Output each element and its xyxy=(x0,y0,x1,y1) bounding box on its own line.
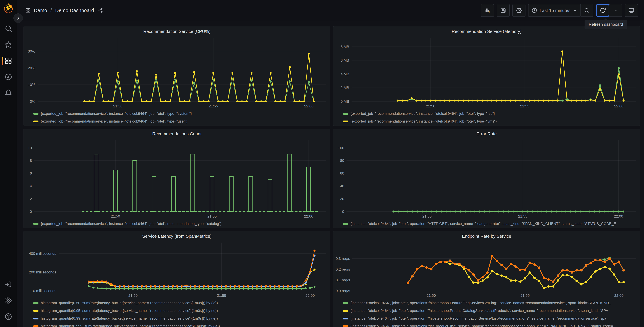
panel-title[interactable]: Recommendation Service (CPU%) xyxy=(25,26,329,36)
cycle-view-mode-button[interactable] xyxy=(625,4,638,17)
legend-item[interactable]: {instance="otelcol:9464", job="otel", op… xyxy=(343,322,638,327)
legend-item[interactable]: {exported_job="recommendationservice", i… xyxy=(343,110,638,118)
legend-swatch xyxy=(343,223,348,225)
legend-label: histogram_quantile(0.99, sum(rate(latenc… xyxy=(41,316,218,320)
chart-canvas[interactable]: 0.0 req/s0.1 req/s0.2 req/s0.3 req/s21:5… xyxy=(335,240,638,298)
svg-text:400 milliseconds: 400 milliseconds xyxy=(29,252,56,256)
dashboard-grid-icon xyxy=(26,8,30,13)
legend-label: histogram_quantile(0.95, sum(rate(latenc… xyxy=(41,309,218,313)
dashboard-settings-button[interactable] xyxy=(512,4,526,17)
legend-swatch xyxy=(34,302,38,304)
svg-text:21:55: 21:55 xyxy=(217,294,226,298)
legend-item[interactable]: histogram_quantile(0.50, sum(rate(latenc… xyxy=(34,299,329,307)
svg-text:22:00: 22:00 xyxy=(614,294,624,298)
legend-swatch xyxy=(343,325,348,327)
chart-canvas[interactable]: 0%10%20%30%21:5021:5522:00 xyxy=(25,36,329,109)
legend-item[interactable]: {instance="otelcol:9464", job="otel", op… xyxy=(343,299,638,307)
sidebar-item-search[interactable] xyxy=(0,20,16,36)
legend-swatch xyxy=(343,310,348,312)
refresh-icon xyxy=(600,8,606,13)
refresh-interval-dropdown[interactable] xyxy=(609,4,622,17)
search-icon xyxy=(5,25,12,32)
share-icon[interactable] xyxy=(98,8,103,13)
app-root: Demo / Demo Dashboard Last 1 xyxy=(0,0,644,327)
sidebar-item-alerting[interactable] xyxy=(0,85,16,101)
legend-item[interactable]: {instance="otelcol:9464", job="otel", op… xyxy=(343,220,638,228)
breadcrumb-section[interactable]: Demo xyxy=(34,8,47,13)
legend-label: {instance="otelcol:9464", job="otel", op… xyxy=(350,301,611,305)
panel-title[interactable]: Error Rate xyxy=(335,129,638,138)
panel-title[interactable]: Recommendations Count xyxy=(25,129,329,138)
legend-swatch xyxy=(343,120,348,122)
sidebar-nav xyxy=(0,20,16,101)
time-range-picker[interactable]: Last 15 minutes xyxy=(528,4,580,17)
legend-label: histogram_quantile(0.999, sum(rate(laten… xyxy=(41,324,220,327)
svg-text:0%: 0% xyxy=(30,100,35,104)
svg-text:80: 80 xyxy=(340,158,344,163)
svg-text:40: 40 xyxy=(340,184,344,188)
chart-canvas[interactable]: 024681021:5021:5522:00 xyxy=(25,138,329,219)
svg-text:21:50: 21:50 xyxy=(426,294,436,298)
sidebar-item-sign-in[interactable] xyxy=(0,276,16,292)
svg-text:6 MB: 6 MB xyxy=(341,58,349,62)
save-icon xyxy=(500,8,506,13)
sidebar-item-starred[interactable] xyxy=(0,36,16,53)
svg-text:21:55: 21:55 xyxy=(209,104,218,108)
zoom-out-time-button[interactable] xyxy=(580,4,593,17)
svg-text:21:55: 21:55 xyxy=(520,104,529,108)
panel-legend: histogram_quantile(0.50, sum(rate(latenc… xyxy=(25,298,329,327)
legend-swatch xyxy=(34,310,38,312)
add-panel-icon xyxy=(484,8,490,13)
save-dashboard-button[interactable] xyxy=(496,4,510,17)
sidebar-item-help[interactable] xyxy=(0,308,16,325)
legend-item[interactable]: {exported_job="recommendationservice", i… xyxy=(34,110,329,118)
refresh-tooltip: Refresh dashboard xyxy=(584,20,627,29)
legend-item[interactable]: {instance="otelcol:9464", job="otel", op… xyxy=(343,314,638,322)
grafana-logo-icon[interactable] xyxy=(3,2,14,14)
legend-label: {instance="otelcol:9464", job="otel", op… xyxy=(350,324,613,327)
time-range-label: Last 15 minutes xyxy=(540,8,570,13)
svg-text:200 milliseconds: 200 milliseconds xyxy=(29,270,56,274)
svg-text:22:00: 22:00 xyxy=(304,214,313,218)
refresh-dashboard-button[interactable] xyxy=(596,4,610,17)
main-area: Demo / Demo Dashboard Last 1 xyxy=(17,0,644,327)
sidebar-bottom xyxy=(0,276,16,327)
panel-title[interactable]: Endpoint Rate by Service xyxy=(335,231,638,240)
legend-item[interactable]: histogram_quantile(0.95, sum(rate(latenc… xyxy=(34,307,329,314)
legend-item[interactable]: histogram_quantile(0.99, sum(rate(latenc… xyxy=(34,314,329,322)
svg-text:21:50: 21:50 xyxy=(422,214,432,218)
legend-swatch xyxy=(34,318,38,320)
legend-item[interactable]: {exported_job="recommendationservice", i… xyxy=(34,220,329,228)
breadcrumb-page[interactable]: Demo Dashboard xyxy=(55,8,94,13)
svg-text:21:55: 21:55 xyxy=(207,214,216,218)
sidebar-item-explore[interactable] xyxy=(0,69,16,85)
star-icon xyxy=(5,41,12,48)
breadcrumb: Demo / Demo Dashboard xyxy=(26,8,103,13)
chart-canvas[interactable]: 0 MB2 MB4 MB6 MB8 MB21:5021:5522:00 xyxy=(335,36,638,109)
legend-item[interactable]: {exported_job="recommendationservice", i… xyxy=(343,118,638,125)
svg-text:6: 6 xyxy=(30,171,32,176)
time-controls-group: Last 15 minutes xyxy=(528,4,593,17)
legend-item[interactable]: {exported_job="recommendationservice", i… xyxy=(34,118,329,125)
svg-text:22:00: 22:00 xyxy=(306,294,315,298)
sidebar-item-dashboards[interactable] xyxy=(0,53,16,69)
chevron-down-icon xyxy=(614,8,618,12)
panel-legend: {exported_job="recommendationservice", i… xyxy=(335,109,638,126)
svg-text:21:50: 21:50 xyxy=(111,214,120,218)
breadcrumb-separator: / xyxy=(50,8,52,13)
legend-swatch xyxy=(34,120,38,122)
sidebar-item-settings[interactable] xyxy=(0,292,16,308)
legend-item[interactable]: histogram_quantile(0.999, sum(rate(laten… xyxy=(34,322,329,327)
chart-canvas[interactable]: 02040608010021:5021:5522:00 xyxy=(335,138,638,219)
svg-text:0.0 req/s: 0.0 req/s xyxy=(336,289,350,293)
sidebar-expand-button[interactable] xyxy=(14,14,23,23)
chart-canvas[interactable]: 0 milliseconds200 milliseconds400 millis… xyxy=(25,240,329,298)
legend-swatch xyxy=(343,318,348,320)
panel-title[interactable]: Service Latency (from SpanMetrics) xyxy=(25,231,329,240)
dashboard-panel: Error Rate 02040608010021:5021:5522:00 {… xyxy=(333,128,640,228)
legend-swatch xyxy=(34,223,38,225)
legend-item[interactable]: {instance="otelcol:9464", job="otel", op… xyxy=(343,307,638,314)
svg-text:2 MB: 2 MB xyxy=(341,86,349,90)
svg-text:4: 4 xyxy=(30,184,32,188)
add-panel-button[interactable] xyxy=(481,4,494,17)
